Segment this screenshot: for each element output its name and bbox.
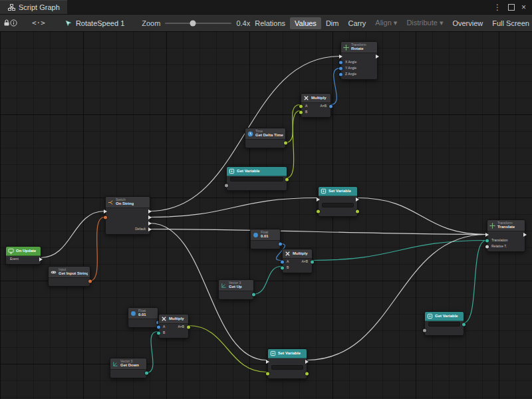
node-title: Set Variable: [329, 189, 351, 194]
input-port[interactable]: [266, 360, 269, 364]
node-title: On String: [116, 201, 134, 206]
variable-icon: [427, 313, 433, 319]
input-port[interactable]: [104, 209, 107, 213]
output-port[interactable]: [462, 323, 466, 326]
variable-icon: [229, 168, 235, 174]
node-setvar1[interactable]: Set Variable: [318, 186, 358, 217]
output-port[interactable]: [148, 209, 152, 213]
node-translate[interactable]: TransformTranslateTranslationRelative T.: [487, 219, 525, 252]
node-port-row: [227, 182, 287, 188]
input-port[interactable]: [299, 110, 303, 114]
input-port[interactable]: [339, 66, 342, 70]
node-port-row: AA×B: [301, 103, 331, 109]
port-label: Y Angle: [345, 66, 356, 70]
input-port[interactable]: [485, 239, 489, 242]
input-port[interactable]: [423, 329, 426, 332]
output-port[interactable]: [39, 257, 43, 261]
toolbar-button-values[interactable]: Values: [290, 17, 321, 29]
input-port[interactable]: [339, 72, 342, 76]
node-port-row: B: [159, 330, 188, 336]
node-title: Translate: [497, 225, 515, 229]
info-icon[interactable]: [10, 17, 17, 30]
variable-name-field[interactable]: [271, 365, 303, 370]
zoom-slider[interactable]: [165, 23, 231, 24]
output-port[interactable]: [356, 209, 359, 213]
node-port-row: [319, 196, 357, 202]
graph-name: RotateSpeed 1: [76, 19, 124, 27]
output-port[interactable]: [145, 371, 148, 374]
node-rotate[interactable]: TransformRotateX AngleY AngleZ Angle: [340, 41, 378, 80]
node-port-row: [425, 321, 464, 327]
output-port[interactable]: [148, 227, 152, 231]
output-port[interactable]: [284, 141, 287, 144]
node-multiply1[interactable]: MultiplyAA×BB: [301, 93, 331, 118]
node-getdown[interactable]: Vector 3Get Down: [110, 358, 147, 378]
zoom-slider-thumb[interactable]: [190, 20, 196, 26]
node-getvar2[interactable]: Get Variable: [424, 311, 464, 336]
maximize-icon[interactable]: [508, 4, 515, 11]
output-port[interactable]: [88, 279, 92, 283]
output-port[interactable]: [305, 360, 309, 364]
output-port[interactable]: [187, 325, 190, 329]
toolbar-button-full-screen[interactable]: Full Screen: [487, 17, 532, 29]
node-switch[interactable]: SwitchOn StringDefault: [105, 196, 150, 235]
variable-name-field[interactable]: [428, 322, 460, 327]
output-port[interactable]: [329, 104, 332, 108]
output-port[interactable]: [148, 215, 152, 219]
input-port[interactable]: [281, 266, 284, 269]
input-port[interactable]: [485, 245, 489, 248]
input-port[interactable]: [485, 233, 489, 237]
output-port[interactable]: [279, 242, 282, 245]
input-port[interactable]: [317, 209, 320, 213]
input-port[interactable]: [157, 331, 160, 334]
node-port-row: AA×B: [283, 259, 312, 265]
node-float1[interactable]: Float0.01: [250, 229, 281, 249]
node-port-row: [219, 291, 253, 297]
node-float2[interactable]: Float0.01: [128, 307, 158, 328]
node-getinput[interactable]: InputGet Input String: [48, 266, 90, 287]
input-port[interactable]: [157, 325, 160, 329]
code-view-icon[interactable]: <·>: [32, 19, 45, 27]
input-port[interactable]: [339, 55, 342, 59]
node-onupdate[interactable]: On UpdateEvent: [5, 246, 41, 265]
input-port[interactable]: [281, 260, 284, 263]
input-port[interactable]: [225, 184, 228, 187]
output-port[interactable]: [311, 260, 314, 263]
output-port[interactable]: [356, 198, 359, 201]
node-multiply3[interactable]: MultiplyAA×BB: [158, 314, 189, 338]
input-port[interactable]: [266, 372, 269, 375]
output-port[interactable]: [305, 372, 309, 375]
toolbar-button-dim[interactable]: Dim: [321, 17, 344, 29]
variable-name-field[interactable]: [322, 203, 354, 207]
tab-script-graph[interactable]: Script Graph: [0, 0, 67, 14]
toolbar-button-relations[interactable]: Relations: [250, 17, 290, 29]
graph-canvas[interactable]: TransformRotateX AngleY AngleZ AngleMult…: [0, 31, 532, 399]
node-title: 0.01: [138, 313, 146, 317]
close-icon[interactable]: ×: [521, 3, 526, 12]
output-port[interactable]: [252, 293, 255, 296]
output-port[interactable]: [285, 178, 289, 181]
lock-icon[interactable]: [3, 17, 10, 30]
node-getvar1[interactable]: Get Variable: [226, 166, 287, 191]
output-port[interactable]: [523, 233, 527, 237]
graph-breadcrumb[interactable]: RotateSpeed 1: [65, 17, 124, 30]
node-title: Get Variable: [435, 314, 458, 319]
node-setvar2[interactable]: Set Variable: [267, 348, 307, 379]
multiply-icon: [161, 316, 167, 322]
toolbar-button-overview[interactable]: Overview: [448, 17, 487, 29]
node-deltatime[interactable]: TimeGet Delta Time: [245, 128, 286, 148]
output-port[interactable]: [148, 221, 152, 225]
input-port[interactable]: [104, 215, 107, 219]
window-menu-icon[interactable]: ⋮: [493, 3, 501, 12]
node-getup[interactable]: Vector 3Get Up: [218, 279, 254, 300]
toolbar-button-carry[interactable]: Carry: [343, 17, 370, 29]
input-port[interactable]: [339, 61, 342, 64]
node-multiply2[interactable]: MultiplyAA×BB: [282, 249, 313, 273]
vector3-icon: [112, 361, 118, 367]
input-port[interactable]: [299, 104, 303, 108]
variable-name-field[interactable]: [230, 177, 283, 182]
vector3-icon: [221, 283, 227, 289]
node-port-row: Z Angle: [341, 71, 377, 77]
output-port[interactable]: [376, 55, 379, 59]
input-port[interactable]: [317, 198, 320, 201]
